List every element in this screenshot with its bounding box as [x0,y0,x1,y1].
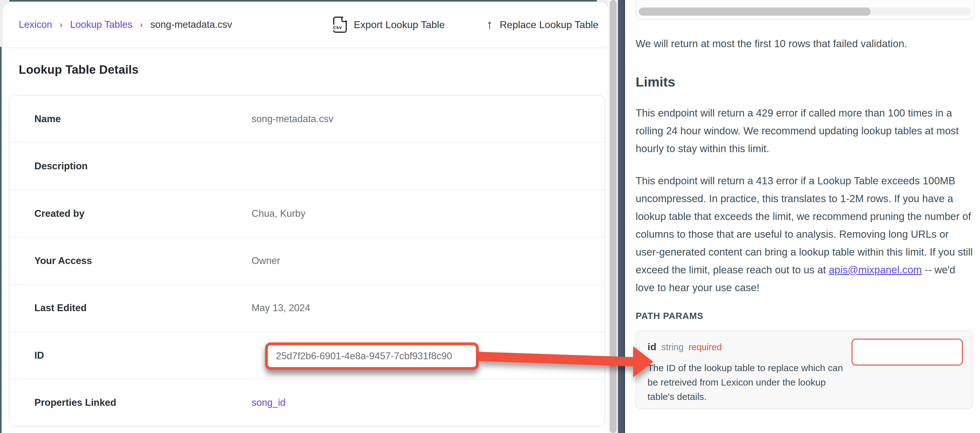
row-label: Name [10,113,251,125]
table-row-created-by: Created by Chua, Kurby [10,190,605,237]
row-label: Last Edited [10,302,251,314]
page-title: Lookup Table Details [19,63,138,76]
table-row-last-edited: Last Edited May 13, 2024 [10,285,605,332]
row-label: Created by [10,208,251,219]
export-button-label: Export Lookup Table [354,19,445,30]
row-value: May 13, 2024 [251,302,310,314]
row-value: song-metadata.csv [251,113,333,125]
param-type: string [661,342,683,352]
row-value: Chua, Kurby [251,208,305,219]
table-row-name: Name song-metadata.csv [10,96,605,143]
export-lookup-table-button[interactable]: csv Export Lookup Table [333,2,445,48]
row-label: Your Access [10,255,251,266]
docs-content: We will return at most the first 10 rows… [636,36,974,409]
horizontal-scrollbar-track[interactable] [639,8,971,16]
id-param-input[interactable] [851,339,963,366]
breadcrumb-current-file: song-metadata.csv [150,19,232,30]
row-value: Owner [251,255,280,266]
row-label: Properties Linked [10,397,251,408]
song-id-property-link[interactable]: song_id [251,397,286,408]
row-label: Description [10,161,251,172]
horizontal-scrollbar-thumb[interactable] [639,8,870,16]
breadcrumb-link-lexicon[interactable]: Lexicon [19,19,52,30]
limits-413-text: This endpoint will return a 413 error if… [636,175,973,275]
limits-paragraph-429: This endpoint will return a 429 error if… [636,104,974,158]
header-bar: Lexicon › Lookup Tables › song-metadata.… [3,2,608,48]
path-params-label: PATH PARAMS [636,311,974,321]
param-description: The ID of the lookup table to replace wh… [648,361,848,404]
param-name: id [648,341,656,353]
annotation-id-highlight-box: 25d7f2b6-6901-4e8a-9457-7cbf931f8c90 [265,342,479,370]
teal-top-edge [10,0,597,2]
api-docs-panel: We will return at most the first 10 rows… [625,0,980,433]
param-required-badge: required [689,342,722,352]
breadcrumb: Lexicon › Lookup Tables › song-metadata.… [19,2,232,48]
validation-note-text: We will return at most the first 10 rows… [636,36,974,51]
mixpanel-email-link[interactable]: apis@mixpanel.com [829,264,922,275]
breadcrumb-link-lookup-tables[interactable]: Lookup Tables [70,19,132,30]
code-block-bottom [636,0,974,20]
table-row-properties-linked: Properties Linked song_id [10,380,605,426]
table-row-description: Description [10,143,605,190]
csv-file-icon: csv [333,17,347,33]
table-row-your-access: Your Access Owner [10,237,605,285]
limits-heading: Limits [636,74,974,90]
breadcrumb-separator: › [60,20,62,30]
param-card-id: id string required The ID of the lookup … [636,331,973,409]
upload-arrow-icon: ↑ [486,18,493,31]
row-label: ID [10,350,251,361]
window-edge-divider [618,0,625,433]
teal-left-edge [0,47,2,433]
replace-button-label: Replace Lookup Table [500,19,598,30]
limits-paragraph-413: This endpoint will return a 413 error if… [636,172,974,296]
lookup-table-details-panel: Lexicon › Lookup Tables › song-metadata.… [0,0,608,433]
screenshot-root: { "left_panel": { "breadcrumb": { "separ… [0,0,980,433]
left-vertical-scrollbar-thumb[interactable] [610,0,617,433]
replace-lookup-table-button[interactable]: ↑ Replace Lookup Table [486,2,598,48]
breadcrumb-separator: › [140,20,143,30]
details-table: Name song-metadata.csv Description Creat… [9,95,605,427]
